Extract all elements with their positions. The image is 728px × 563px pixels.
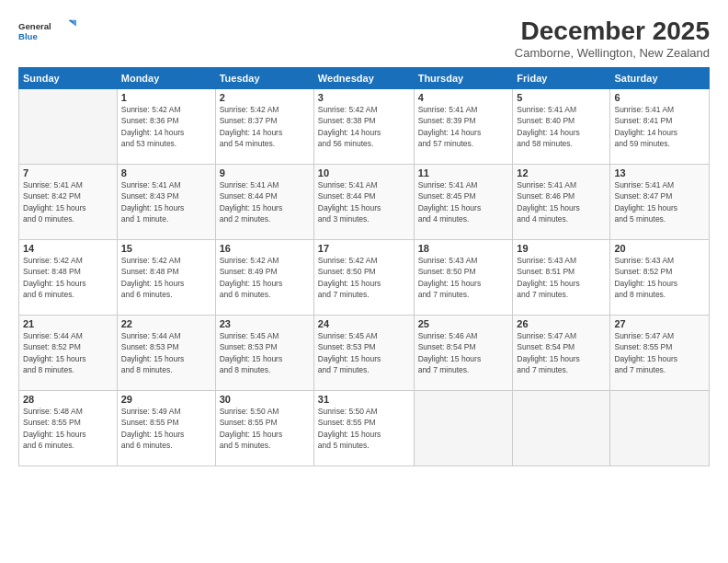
- day-info: Sunrise: 5:41 AMSunset: 8:44 PMDaylight:…: [318, 179, 410, 224]
- day-info: Sunrise: 5:41 AMSunset: 8:43 PMDaylight:…: [121, 179, 211, 224]
- day-info: Sunrise: 5:43 AMSunset: 8:51 PMDaylight:…: [517, 255, 606, 300]
- calendar-cell: 27Sunrise: 5:47 AMSunset: 8:55 PMDayligh…: [610, 316, 710, 391]
- calendar-cell: [414, 391, 513, 466]
- day-number: 5: [517, 92, 606, 103]
- calendar-cell: 22Sunrise: 5:44 AMSunset: 8:53 PMDayligh…: [117, 316, 215, 391]
- day-number: 10: [318, 167, 410, 178]
- day-info: Sunrise: 5:45 AMSunset: 8:53 PMDaylight:…: [220, 330, 310, 375]
- day-number: 24: [318, 318, 410, 329]
- calendar-cell: 21Sunrise: 5:44 AMSunset: 8:52 PMDayligh…: [19, 316, 118, 391]
- day-number: 8: [121, 167, 211, 178]
- day-info: Sunrise: 5:42 AMSunset: 8:49 PMDaylight:…: [220, 255, 310, 300]
- day-info: Sunrise: 5:47 AMSunset: 8:55 PMDaylight:…: [614, 330, 705, 375]
- logo: General Blue: [18, 17, 83, 44]
- day-info: Sunrise: 5:42 AMSunset: 8:38 PMDaylight:…: [318, 104, 410, 149]
- day-number: 30: [220, 394, 310, 405]
- day-info: Sunrise: 5:45 AMSunset: 8:53 PMDaylight:…: [318, 330, 410, 375]
- day-number: 11: [418, 167, 509, 178]
- calendar-cell: [513, 391, 610, 466]
- day-number: 6: [614, 92, 705, 103]
- day-number: 21: [23, 318, 113, 329]
- week-row-3: 14Sunrise: 5:42 AMSunset: 8:48 PMDayligh…: [19, 240, 710, 316]
- day-number: 15: [121, 243, 211, 254]
- day-number: 1: [121, 92, 211, 103]
- title-block: December 2025 Camborne, Wellington, New …: [515, 17, 710, 60]
- day-number: 20: [614, 243, 705, 254]
- calendar-cell: 7Sunrise: 5:41 AMSunset: 8:42 PMDaylight…: [19, 165, 118, 240]
- day-number: 4: [418, 92, 509, 103]
- svg-text:General: General: [18, 21, 51, 31]
- calendar-cell: 10Sunrise: 5:41 AMSunset: 8:44 PMDayligh…: [313, 165, 414, 240]
- col-header-tuesday: Tuesday: [215, 68, 313, 89]
- calendar-cell: 13Sunrise: 5:41 AMSunset: 8:47 PMDayligh…: [610, 165, 710, 240]
- calendar-cell: 29Sunrise: 5:49 AMSunset: 8:55 PMDayligh…: [117, 391, 215, 466]
- col-header-thursday: Thursday: [414, 68, 513, 89]
- day-number: 17: [318, 243, 410, 254]
- calendar-cell: 16Sunrise: 5:42 AMSunset: 8:49 PMDayligh…: [215, 240, 313, 316]
- day-number: 13: [614, 167, 705, 178]
- day-number: 31: [318, 394, 410, 405]
- day-number: 25: [418, 318, 509, 329]
- day-info: Sunrise: 5:42 AMSunset: 8:37 PMDaylight:…: [220, 104, 310, 149]
- header-row: SundayMondayTuesdayWednesdayThursdayFrid…: [19, 68, 710, 89]
- day-info: Sunrise: 5:49 AMSunset: 8:55 PMDaylight:…: [121, 406, 211, 451]
- day-number: 26: [517, 318, 606, 329]
- day-info: Sunrise: 5:47 AMSunset: 8:54 PMDaylight:…: [517, 330, 606, 375]
- day-info: Sunrise: 5:44 AMSunset: 8:53 PMDaylight:…: [121, 330, 211, 375]
- page: General Blue December 2025 Camborne, Wel…: [0, 0, 728, 563]
- day-number: 28: [23, 394, 113, 405]
- day-number: 7: [23, 167, 113, 178]
- col-header-monday: Monday: [117, 68, 215, 89]
- day-info: Sunrise: 5:41 AMSunset: 8:46 PMDaylight:…: [517, 179, 606, 224]
- header: General Blue December 2025 Camborne, Wel…: [18, 17, 710, 60]
- calendar-cell: 31Sunrise: 5:50 AMSunset: 8:55 PMDayligh…: [313, 391, 414, 466]
- day-info: Sunrise: 5:42 AMSunset: 8:48 PMDaylight:…: [23, 255, 113, 300]
- month-title: December 2025: [515, 17, 710, 46]
- calendar-cell: 12Sunrise: 5:41 AMSunset: 8:46 PMDayligh…: [513, 165, 610, 240]
- day-info: Sunrise: 5:50 AMSunset: 8:55 PMDaylight:…: [318, 406, 410, 451]
- col-header-wednesday: Wednesday: [313, 68, 414, 89]
- calendar: SundayMondayTuesdayWednesdayThursdayFrid…: [18, 67, 710, 466]
- week-row-4: 21Sunrise: 5:44 AMSunset: 8:52 PMDayligh…: [19, 316, 710, 391]
- day-number: 2: [220, 92, 310, 103]
- col-header-friday: Friday: [513, 68, 610, 89]
- day-info: Sunrise: 5:43 AMSunset: 8:52 PMDaylight:…: [614, 255, 705, 300]
- calendar-cell: 15Sunrise: 5:42 AMSunset: 8:48 PMDayligh…: [117, 240, 215, 316]
- calendar-cell: 28Sunrise: 5:48 AMSunset: 8:55 PMDayligh…: [19, 391, 118, 466]
- day-info: Sunrise: 5:42 AMSunset: 8:50 PMDaylight:…: [318, 255, 410, 300]
- subtitle: Camborne, Wellington, New Zealand: [515, 46, 710, 60]
- day-number: 18: [418, 243, 509, 254]
- day-info: Sunrise: 5:44 AMSunset: 8:52 PMDaylight:…: [23, 330, 113, 375]
- calendar-cell: 17Sunrise: 5:42 AMSunset: 8:50 PMDayligh…: [313, 240, 414, 316]
- calendar-cell: 26Sunrise: 5:47 AMSunset: 8:54 PMDayligh…: [513, 316, 610, 391]
- calendar-cell: 6Sunrise: 5:41 AMSunset: 8:41 PMDaylight…: [610, 89, 710, 165]
- logo-icon: General Blue: [18, 17, 83, 44]
- calendar-cell: 19Sunrise: 5:43 AMSunset: 8:51 PMDayligh…: [513, 240, 610, 316]
- week-row-5: 28Sunrise: 5:48 AMSunset: 8:55 PMDayligh…: [19, 391, 710, 466]
- day-info: Sunrise: 5:41 AMSunset: 8:44 PMDaylight:…: [220, 179, 310, 224]
- day-info: Sunrise: 5:42 AMSunset: 8:36 PMDaylight:…: [121, 104, 211, 149]
- day-info: Sunrise: 5:41 AMSunset: 8:47 PMDaylight:…: [614, 179, 705, 224]
- week-row-2: 7Sunrise: 5:41 AMSunset: 8:42 PMDaylight…: [19, 165, 710, 240]
- calendar-cell: 9Sunrise: 5:41 AMSunset: 8:44 PMDaylight…: [215, 165, 313, 240]
- week-row-1: 1Sunrise: 5:42 AMSunset: 8:36 PMDaylight…: [19, 89, 710, 165]
- calendar-cell: 14Sunrise: 5:42 AMSunset: 8:48 PMDayligh…: [19, 240, 118, 316]
- day-info: Sunrise: 5:41 AMSunset: 8:40 PMDaylight:…: [517, 104, 606, 149]
- calendar-cell: 3Sunrise: 5:42 AMSunset: 8:38 PMDaylight…: [313, 89, 414, 165]
- calendar-cell: 18Sunrise: 5:43 AMSunset: 8:50 PMDayligh…: [414, 240, 513, 316]
- calendar-cell: 8Sunrise: 5:41 AMSunset: 8:43 PMDaylight…: [117, 165, 215, 240]
- calendar-cell: 30Sunrise: 5:50 AMSunset: 8:55 PMDayligh…: [215, 391, 313, 466]
- calendar-cell: 11Sunrise: 5:41 AMSunset: 8:45 PMDayligh…: [414, 165, 513, 240]
- day-info: Sunrise: 5:41 AMSunset: 8:39 PMDaylight:…: [418, 104, 509, 149]
- calendar-cell: 1Sunrise: 5:42 AMSunset: 8:36 PMDaylight…: [117, 89, 215, 165]
- day-number: 3: [318, 92, 410, 103]
- day-info: Sunrise: 5:41 AMSunset: 8:42 PMDaylight:…: [23, 179, 113, 224]
- day-number: 14: [23, 243, 113, 254]
- calendar-cell: 5Sunrise: 5:41 AMSunset: 8:40 PMDaylight…: [513, 89, 610, 165]
- day-info: Sunrise: 5:42 AMSunset: 8:48 PMDaylight:…: [121, 255, 211, 300]
- day-number: 19: [517, 243, 606, 254]
- day-info: Sunrise: 5:46 AMSunset: 8:54 PMDaylight:…: [418, 330, 509, 375]
- col-header-saturday: Saturday: [610, 68, 710, 89]
- calendar-cell: 2Sunrise: 5:42 AMSunset: 8:37 PMDaylight…: [215, 89, 313, 165]
- day-number: 9: [220, 167, 310, 178]
